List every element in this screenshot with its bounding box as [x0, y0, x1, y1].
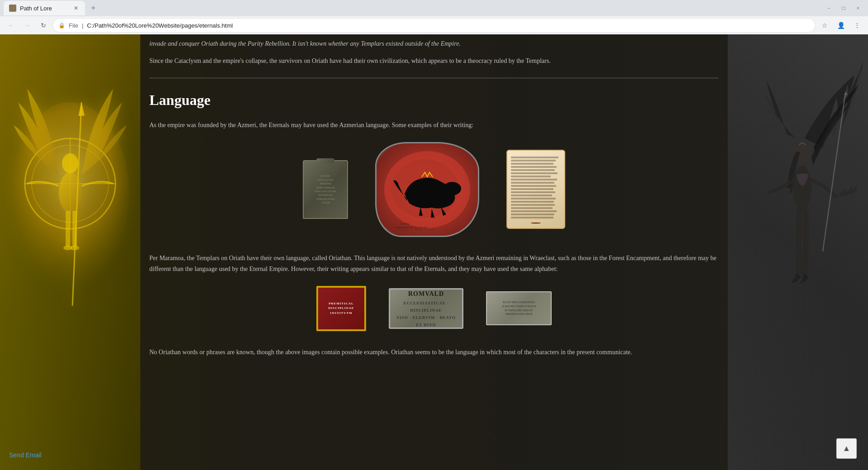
- scroll-container: [506, 150, 565, 229]
- background-angel-left: [0, 34, 140, 470]
- back-button[interactable]: ←: [4, 18, 18, 33]
- svg-point-6: [62, 153, 78, 173]
- flat-plaque-image: BLAUF DEM SANDBODGEN SI DEUTHE TYINEN FL…: [486, 291, 552, 325]
- sign-line3: ET DIVO: [394, 321, 458, 328]
- url-display: |: [82, 22, 83, 29]
- scroll-text-lines: [511, 155, 561, 220]
- lock-icon: 🔒: [58, 22, 65, 29]
- golden-angel-svg: [5, 57, 136, 396]
- stone-tablet-container: IVSURIIVD COGNISMATERMNORI TERRAMHAVCEM …: [303, 160, 348, 219]
- svg-point-13: [793, 166, 811, 211]
- sign-main-name: ROMVALD: [394, 288, 458, 299]
- top-image-gallery: IVSURIIVD COGNISMATERMNORI TERRAMHAVCEM …: [149, 142, 719, 237]
- flat-plaque-container: BLAUF DEM SANDBODGEN SI DEUTHE TYINEN FL…: [486, 291, 552, 325]
- intro-paragraph: invade and conquer Oriath during the Pur…: [149, 34, 719, 56]
- svg-text:RHEITИΛΛИ ЙЙЙ/ИΘΔIТИSТΛ: RHEITИΛΛИ ЙЙЙ/ИΘΔIТИSТΛ: [398, 229, 437, 230]
- tablet-inscription: IVSURIIVD COGNISMATERMNORI TERRAMHAVCEM …: [315, 174, 336, 204]
- page-wrapper: invade and conquer Oriath during the Pur…: [0, 34, 868, 470]
- content-area: invade and conquer Oriath during the Pur…: [140, 34, 728, 470]
- url-text: C:/Path%20of%20Lore%20Website/pages/eter…: [87, 22, 233, 29]
- stone-sign-container: ROMVALD ECCLESIASTICAE · DISCIPLINAE VIS…: [389, 288, 463, 329]
- stone-sign-image: ROMVALD ECCLESIASTICAE · DISCIPLINAE VIS…: [389, 288, 463, 329]
- close-button[interactable]: ×: [852, 2, 864, 14]
- red-plaque-container: PREMITICALDISCIPLINAEINSTITVTM: [316, 286, 366, 331]
- svg-point-12: [70, 246, 79, 250]
- sign-text-content: ROMVALD ECCLESIASTICAE · DISCIPLINAE VIS…: [394, 288, 458, 329]
- paragraph-theocracy: Since the Cataclysm and the empire's col…: [149, 56, 719, 66]
- stone-tablet-image: IVSURIIVD COGNISMATERMNORI TERRAMHAVCEM …: [303, 160, 348, 219]
- forward-button[interactable]: →: [20, 18, 34, 33]
- browser-toolbar: ← → ↻ 🔒 File | C:/Path%20of%20Lore%20Web…: [0, 16, 868, 34]
- tab-favicon: [9, 5, 16, 12]
- tab-title: Path of Lore: [20, 5, 52, 12]
- scroll-wax-seal: [531, 223, 541, 223]
- new-tab-button[interactable]: +: [87, 2, 100, 14]
- send-email-link[interactable]: Send Email: [9, 451, 42, 459]
- svg-text:€ DOX: € DOX: [400, 222, 409, 226]
- file-label: File: [69, 22, 78, 29]
- menu-button[interactable]: ⋮: [850, 18, 864, 33]
- bookmark-star[interactable]: ☆: [817, 18, 832, 33]
- scroll-to-top-button[interactable]: ▲: [836, 438, 857, 459]
- svg-rect-10: [72, 211, 77, 247]
- svg-rect-9: [66, 211, 70, 247]
- sign-subtitle: ECCLESIASTICAE · DISCIPLINAE: [394, 299, 458, 314]
- red-painting-image: € DOX ΦΔΘERNHEIM ИΛΛRCIΦ RHEITИΛΛИ ЙЙЙ/И…: [375, 142, 479, 237]
- minimize-button[interactable]: −: [823, 2, 835, 14]
- language-paragraph-2: Per Maramoa, the Templars on Oriath have…: [149, 253, 719, 275]
- scroll-image: [506, 150, 565, 229]
- bottom-image-gallery: PREMITICALDISCIPLINAEINSTITVTM ROMVALD E…: [149, 286, 719, 331]
- flat-plaque-text: BLAUF DEM SANDBODGEN SI DEUTHE TYINEN FL…: [502, 300, 536, 316]
- sign-line2: VISO · ELERVIM · BEATO: [394, 314, 458, 321]
- svg-text:ΦΔΘERNHEIM ИΛΛRCIΦ: ΦΔΘERNHEIM ИΛΛRCIΦ: [396, 226, 427, 229]
- active-tab[interactable]: Path of Lore ✕: [4, 1, 85, 15]
- window-controls: − □ ×: [823, 2, 864, 14]
- svg-point-18: [443, 182, 461, 195]
- section-divider: [149, 78, 719, 78]
- red-plaque-image: PREMITICALDISCIPLINAEINSTITVTM: [316, 286, 366, 331]
- language-paragraph-1: As the empire was founded by the Azmeri,…: [149, 120, 719, 131]
- browser-chrome: Path of Lore ✕ + − □ × ← → ↻ 🔒 File | C:…: [0, 0, 868, 34]
- tab-close-button[interactable]: ✕: [72, 5, 80, 12]
- painting-svg: € DOX ΦΔΘERNHEIM ИΛΛRCIΦ RHEITИΛΛИ ЙЙЙ/И…: [382, 149, 472, 230]
- profile-button[interactable]: 👤: [834, 18, 848, 33]
- maximize-button[interactable]: □: [837, 2, 850, 14]
- background-angel-right: [728, 34, 868, 470]
- toolbar-right: ☆ 👤 ⋮: [817, 18, 864, 33]
- language-section-title: Language: [149, 92, 719, 109]
- refresh-button[interactable]: ↻: [36, 18, 51, 33]
- address-bar[interactable]: 🔒 File | C:/Path%20of%20Lore%20Website/p…: [52, 18, 816, 33]
- tab-bar: Path of Lore ✕ + − □ ×: [0, 0, 868, 16]
- dark-angel-svg: [732, 48, 863, 401]
- bottom-paragraph: No Oriathan words or phrases are known, …: [149, 347, 719, 358]
- red-plaque-text: PREMITICALDISCIPLINAEINSTITVTM: [329, 301, 354, 316]
- red-painting-container: € DOX ΦΔΘERNHEIM ИΛΛRCIΦ RHEITИΛΛИ ЙЙЙ/И…: [375, 142, 479, 237]
